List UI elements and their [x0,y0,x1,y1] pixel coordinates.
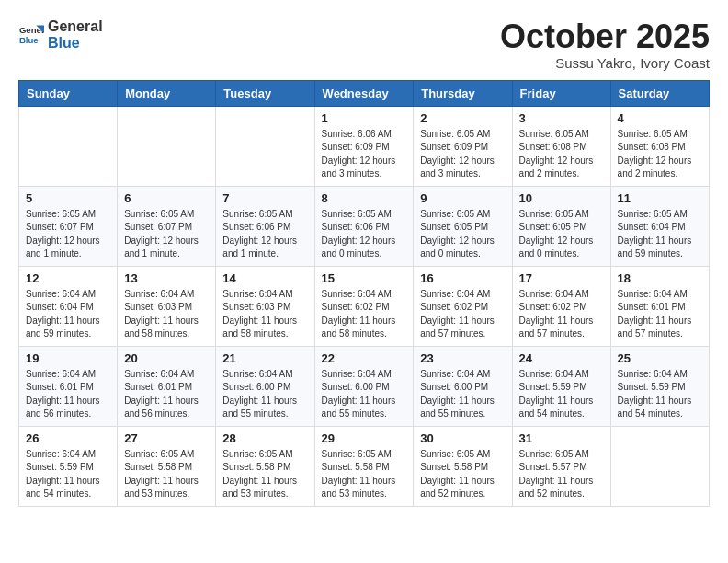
weekday-header: Thursday [414,80,512,106]
day-number: 27 [124,431,209,445]
day-info: Sunrise: 6:04 AM Sunset: 6:04 PM Dayligh… [26,288,110,341]
logo-text-line1: General [48,18,103,35]
day-info: Sunrise: 6:04 AM Sunset: 6:01 PM Dayligh… [124,368,209,421]
calendar-cell: 24Sunrise: 6:04 AM Sunset: 5:59 PM Dayli… [512,346,610,426]
day-number: 5 [26,191,110,205]
calendar-cell: 20Sunrise: 6:04 AM Sunset: 6:01 PM Dayli… [118,346,216,426]
calendar-cell: 26Sunrise: 6:04 AM Sunset: 5:59 PM Dayli… [19,426,118,506]
calendar-cell: 17Sunrise: 6:04 AM Sunset: 6:02 PM Dayli… [512,266,610,346]
weekday-header: Saturday [610,80,709,106]
calendar-cell: 11Sunrise: 6:05 AM Sunset: 6:04 PM Dayli… [610,186,709,266]
calendar-cell: 2Sunrise: 6:05 AM Sunset: 6:09 PM Daylig… [414,106,512,186]
day-info: Sunrise: 6:04 AM Sunset: 6:01 PM Dayligh… [26,368,110,421]
location-subtitle: Sussu Yakro, Ivory Coast [500,55,710,71]
logo: General Blue General Blue [18,18,103,52]
day-info: Sunrise: 6:05 AM Sunset: 6:06 PM Dayligh… [322,208,407,261]
day-number: 22 [322,351,407,365]
calendar-cell: 18Sunrise: 6:04 AM Sunset: 6:01 PM Dayli… [610,266,709,346]
day-info: Sunrise: 6:04 AM Sunset: 6:02 PM Dayligh… [420,288,505,341]
weekday-header: Tuesday [216,80,314,106]
calendar-cell [610,426,709,506]
calendar-header-row: SundayMondayTuesdayWednesdayThursdayFrid… [19,80,710,106]
calendar-cell: 16Sunrise: 6:04 AM Sunset: 6:02 PM Dayli… [414,266,512,346]
day-info: Sunrise: 6:06 AM Sunset: 6:09 PM Dayligh… [322,128,407,181]
calendar-cell: 4Sunrise: 6:05 AM Sunset: 6:08 PM Daylig… [610,106,709,186]
calendar-cell: 9Sunrise: 6:05 AM Sunset: 6:05 PM Daylig… [414,186,512,266]
calendar-week-row: 12Sunrise: 6:04 AM Sunset: 6:04 PM Dayli… [19,266,710,346]
day-info: Sunrise: 6:05 AM Sunset: 6:05 PM Dayligh… [519,208,604,261]
weekday-header: Wednesday [314,80,414,106]
calendar-cell [118,106,216,186]
day-info: Sunrise: 6:04 AM Sunset: 6:00 PM Dayligh… [322,368,407,421]
calendar-cell: 15Sunrise: 6:04 AM Sunset: 6:02 PM Dayli… [314,266,414,346]
calendar-cell: 13Sunrise: 6:04 AM Sunset: 6:03 PM Dayli… [118,266,216,346]
day-number: 13 [124,271,209,285]
day-number: 8 [322,191,407,205]
calendar-cell: 6Sunrise: 6:05 AM Sunset: 6:07 PM Daylig… [118,186,216,266]
calendar-cell: 30Sunrise: 6:05 AM Sunset: 5:58 PM Dayli… [414,426,512,506]
day-info: Sunrise: 6:05 AM Sunset: 5:58 PM Dayligh… [322,448,407,501]
calendar-cell: 8Sunrise: 6:05 AM Sunset: 6:06 PM Daylig… [314,186,414,266]
day-number: 30 [420,431,505,445]
calendar-cell: 7Sunrise: 6:05 AM Sunset: 6:06 PM Daylig… [216,186,314,266]
day-number: 2 [420,111,505,125]
day-info: Sunrise: 6:05 AM Sunset: 6:04 PM Dayligh… [618,208,702,261]
calendar-cell: 21Sunrise: 6:04 AM Sunset: 6:00 PM Dayli… [216,346,314,426]
day-number: 31 [519,431,604,445]
day-info: Sunrise: 6:05 AM Sunset: 6:09 PM Dayligh… [420,128,505,181]
day-number: 12 [26,271,110,285]
calendar-cell: 5Sunrise: 6:05 AM Sunset: 6:07 PM Daylig… [19,186,118,266]
day-info: Sunrise: 6:05 AM Sunset: 6:07 PM Dayligh… [124,208,209,261]
calendar-cell [216,106,314,186]
calendar-cell: 29Sunrise: 6:05 AM Sunset: 5:58 PM Dayli… [314,426,414,506]
day-info: Sunrise: 6:04 AM Sunset: 6:01 PM Dayligh… [618,288,702,341]
day-number: 19 [26,351,110,365]
day-info: Sunrise: 6:05 AM Sunset: 6:05 PM Dayligh… [420,208,505,261]
calendar-week-row: 1Sunrise: 6:06 AM Sunset: 6:09 PM Daylig… [19,106,710,186]
day-number: 17 [519,271,604,285]
calendar-cell: 12Sunrise: 6:04 AM Sunset: 6:04 PM Dayli… [19,266,118,346]
day-info: Sunrise: 6:04 AM Sunset: 6:00 PM Dayligh… [222,368,307,421]
day-info: Sunrise: 6:04 AM Sunset: 5:59 PM Dayligh… [26,448,110,501]
day-number: 9 [420,191,505,205]
weekday-header: Sunday [19,80,118,106]
day-info: Sunrise: 6:05 AM Sunset: 6:06 PM Dayligh… [222,208,307,261]
day-info: Sunrise: 6:05 AM Sunset: 6:08 PM Dayligh… [618,128,702,181]
weekday-header: Monday [118,80,216,106]
calendar-cell: 27Sunrise: 6:05 AM Sunset: 5:58 PM Dayli… [118,426,216,506]
day-number: 6 [124,191,209,205]
calendar-week-row: 5Sunrise: 6:05 AM Sunset: 6:07 PM Daylig… [19,186,710,266]
day-info: Sunrise: 6:05 AM Sunset: 6:07 PM Dayligh… [26,208,110,261]
day-info: Sunrise: 6:04 AM Sunset: 6:00 PM Dayligh… [420,368,505,421]
day-number: 10 [519,191,604,205]
day-number: 28 [222,431,307,445]
day-number: 11 [618,191,702,205]
day-number: 16 [420,271,505,285]
calendar-cell: 10Sunrise: 6:05 AM Sunset: 6:05 PM Dayli… [512,186,610,266]
day-number: 14 [222,271,307,285]
day-number: 23 [420,351,505,365]
day-number: 1 [322,111,407,125]
calendar-cell: 28Sunrise: 6:05 AM Sunset: 5:58 PM Dayli… [216,426,314,506]
day-info: Sunrise: 6:04 AM Sunset: 5:59 PM Dayligh… [618,368,702,421]
day-number: 7 [222,191,307,205]
day-number: 15 [322,271,407,285]
calendar-cell: 19Sunrise: 6:04 AM Sunset: 6:01 PM Dayli… [19,346,118,426]
calendar-cell: 25Sunrise: 6:04 AM Sunset: 5:59 PM Dayli… [610,346,709,426]
calendar-cell: 3Sunrise: 6:05 AM Sunset: 6:08 PM Daylig… [512,106,610,186]
day-number: 21 [222,351,307,365]
calendar-cell: 23Sunrise: 6:04 AM Sunset: 6:00 PM Dayli… [414,346,512,426]
logo-icon: General Blue [18,22,44,48]
day-number: 3 [519,111,604,125]
day-info: Sunrise: 6:04 AM Sunset: 6:03 PM Dayligh… [124,288,209,341]
calendar-week-row: 19Sunrise: 6:04 AM Sunset: 6:01 PM Dayli… [19,346,710,426]
calendar-cell: 22Sunrise: 6:04 AM Sunset: 6:00 PM Dayli… [314,346,414,426]
day-number: 29 [322,431,407,445]
calendar-cell: 14Sunrise: 6:04 AM Sunset: 6:03 PM Dayli… [216,266,314,346]
day-info: Sunrise: 6:04 AM Sunset: 6:03 PM Dayligh… [222,288,307,341]
title-area: October 2025 Sussu Yakro, Ivory Coast [500,18,710,71]
day-number: 20 [124,351,209,365]
day-number: 24 [519,351,604,365]
calendar-table: SundayMondayTuesdayWednesdayThursdayFrid… [18,80,710,507]
day-info: Sunrise: 6:04 AM Sunset: 6:02 PM Dayligh… [322,288,407,341]
